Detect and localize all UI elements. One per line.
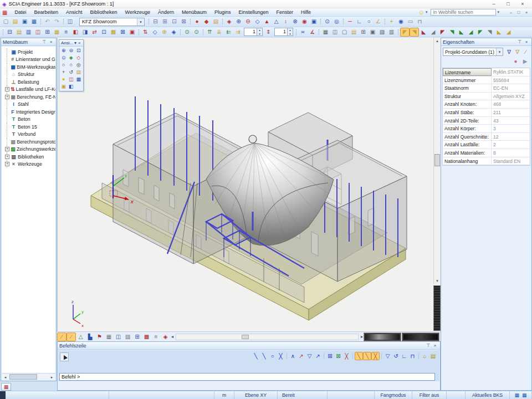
property-value[interactable]: 2 (492, 141, 530, 149)
menutree-item[interactable]: I Stahl (3, 101, 55, 109)
axis-match-icon[interactable]: ≍ (298, 28, 308, 37)
activity-layer-icon[interactable]: ◣ (419, 28, 428, 37)
document-menu-icon[interactable]: ▦ (2, 9, 7, 16)
combobox-caret-icon[interactable]: ▾ (496, 48, 503, 55)
calculator-icon[interactable]: ⊞ (359, 28, 368, 37)
unit-segment[interactable]: m (214, 391, 234, 399)
properties-selector[interactable]: Projekt-Grunddaten (1) ▾ (443, 48, 503, 56)
snap-off-icon[interactable]: ╳ (371, 352, 380, 360)
table-icon[interactable]: ▤ (349, 28, 359, 37)
property-row[interactable]: Anzahl 2D-Teile: 43 (443, 117, 530, 125)
snap-line-icon[interactable]: ╲ (252, 352, 260, 360)
spinner-down-icon[interactable]: ▾ (257, 32, 262, 36)
scroll-down-icon[interactable]: ▾ (434, 278, 441, 284)
activity-window-icon[interactable]: ◤ (438, 28, 447, 37)
load-icon[interactable]: ↕ (281, 17, 290, 26)
copy-to-project-icon[interactable]: ⊟ (151, 17, 160, 26)
plate-icon[interactable]: ⊖ (243, 17, 253, 26)
move-icon[interactable]: ⊟ (5, 28, 14, 37)
menutree-item[interactable]: ▣ Projekt (3, 48, 55, 56)
expand-icon[interactable] (5, 87, 9, 91)
background-gradient-preview[interactable] (402, 333, 439, 341)
property-row[interactable]: Anzahl Querschnitte: 12 (443, 133, 530, 141)
maximize-button[interactable]: □ (501, 1, 515, 8)
filter-off-icon[interactable]: ∇ (513, 48, 521, 56)
zoom-all-icon[interactable]: ▤ (75, 69, 83, 76)
rotate-view-icon[interactable]: ↺ (68, 69, 75, 76)
menu-item[interactable]: Ansicht (62, 8, 86, 17)
picture-icon[interactable]: ▨ (377, 28, 387, 37)
expand-icon[interactable] (5, 50, 9, 54)
palette-close-icon[interactable]: × (78, 40, 81, 45)
hscroll-left-icon[interactable]: ◂ (170, 334, 175, 339)
activity-add-icon[interactable]: ◥ (447, 28, 457, 37)
menutree-item[interactable]: F Integriertes Design Forms (3, 108, 55, 116)
view-x-icon[interactable]: ◈ (68, 54, 75, 62)
expand-icon[interactable] (5, 117, 9, 121)
column-icon[interactable]: ▲ (262, 17, 272, 26)
scroll-track[interactable] (9, 374, 48, 380)
snap-box-icon[interactable]: ⊓ (408, 352, 417, 360)
snap-ortho-icon[interactable]: ╲ (355, 352, 363, 360)
document-icon[interactable]: ▢ (340, 28, 349, 37)
menutree-item[interactable]: ▤ Berechnungsprotokoll (3, 138, 55, 146)
view-settings-icon[interactable]: ▣ (60, 83, 68, 90)
snap-corner-icon[interactable]: ∟ (400, 352, 408, 360)
property-row[interactable]: Struktur Allgemein XYZ (443, 93, 530, 101)
menutree-item[interactable]: T Verbund (3, 131, 55, 139)
beam-icon[interactable]: ⊕ (234, 17, 243, 26)
menutree-item[interactable]: ⌂ Struktur (3, 71, 55, 79)
property-label[interactable]: Anzahl Knoten: (443, 100, 492, 108)
circle-icon[interactable]: ○ (364, 17, 374, 26)
coordinate-system-button[interactable]: ▦ (1, 383, 11, 391)
snap-line2-icon[interactable]: ╲ (260, 352, 268, 360)
light-icon[interactable]: ● (60, 76, 68, 83)
snap-rotate-icon[interactable]: ↺ (392, 352, 400, 360)
node-icon[interactable]: ◈ (224, 17, 234, 26)
undo-icon[interactable]: ↶ (43, 17, 52, 26)
select-all-icon[interactable]: ◎ (332, 17, 341, 26)
render-icon[interactable]: ◈ (161, 332, 170, 341)
send-to-icon[interactable]: ▶ (520, 57, 530, 66)
close-panel-icon[interactable]: × (432, 343, 438, 348)
scroll-left-icon[interactable]: ◂ (2, 374, 9, 380)
list-view-icon[interactable]: ≡ (151, 332, 161, 341)
disconnect-icon[interactable]: ◇ (150, 28, 160, 37)
redo-icon[interactable]: ↷ (52, 17, 62, 26)
zoom-selection-icon[interactable]: ⊙ (60, 54, 68, 62)
layer-up-icon[interactable]: ⇈ (205, 28, 214, 37)
scale-spinner-2[interactable]: 1 ▴▾ (274, 28, 293, 36)
magnifier-all-icon[interactable]: ○ (68, 62, 75, 69)
menu-item[interactable]: Menübaum (178, 8, 211, 17)
property-row[interactable]: Anzahl Lastfälle: 2 (443, 141, 530, 149)
close-panel-icon[interactable]: × (48, 39, 54, 44)
table-view-icon[interactable]: ▩ (142, 332, 151, 341)
results-icon[interactable]: △ (76, 332, 85, 341)
angle-icon[interactable]: ∠ (374, 17, 383, 26)
menutree-item[interactable]: T Beton 15 (3, 123, 55, 131)
expand-icon[interactable] (5, 125, 9, 129)
layer-right-icon[interactable]: ⇉ (233, 28, 243, 37)
property-label[interactable]: Struktur (443, 93, 492, 100)
filter-segment[interactable]: Filter aus (412, 391, 447, 399)
mesh-icon[interactable]: ▣ (309, 17, 319, 26)
mdi-restore-button[interactable]: □ (515, 9, 523, 16)
layer-down-icon[interactable]: ⇊ (214, 28, 224, 37)
property-label[interactable]: Lizenzname (443, 68, 492, 76)
scales-icon[interactable]: ◫ (114, 332, 123, 341)
scroll-up-icon[interactable]: ▴ (434, 38, 441, 44)
menutree-item[interactable]: # Linienraster und Geschosse (3, 56, 55, 64)
snap-plane-icon[interactable]: ▽ (383, 352, 392, 360)
project-window-icon[interactable]: ◫ (65, 17, 75, 26)
filter-down-icon[interactable]: ∇ (505, 48, 513, 56)
axis-angle-icon[interactable]: ∡ (308, 28, 317, 37)
hscroll-thumb[interactable] (242, 335, 249, 339)
snap-cross-icon[interactable]: ╳ (277, 352, 285, 360)
palette-dropdown-icon[interactable]: ▾ (73, 40, 77, 45)
activity-clip-icon[interactable]: ◤ (475, 28, 485, 37)
layer-left-icon[interactable]: ⇇ (224, 28, 233, 37)
expand-icon[interactable] (5, 110, 9, 114)
project-combobox[interactable]: KFZ Showroom ▾ (79, 18, 145, 26)
menutree-item[interactable]: ⊥ Belastung (3, 78, 55, 86)
property-label[interactable]: Staatsnorm (443, 84, 492, 92)
